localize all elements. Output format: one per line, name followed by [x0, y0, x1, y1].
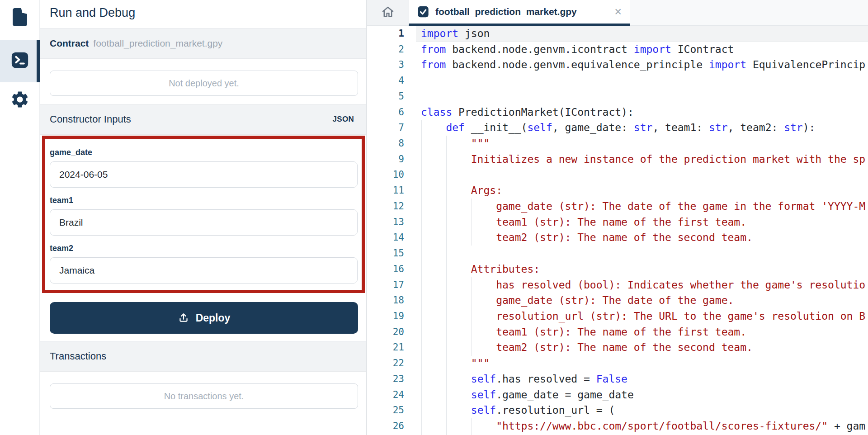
code-editor: 1234567891011121314151617181920212223242…: [367, 26, 868, 435]
code-line[interactable]: game_date (str): The date of the game.: [416, 293, 868, 308]
close-icon[interactable]: ×: [613, 6, 623, 18]
code-line[interactable]: Args:: [416, 183, 868, 199]
gear-icon: [10, 90, 30, 111]
tab-title: football_prediction_market.gpy: [435, 6, 608, 17]
line-number: 21: [367, 340, 404, 355]
code-line[interactable]: Attributes:: [416, 261, 868, 277]
code-line[interactable]: [416, 89, 868, 104]
editor-tab-bar: football_prediction_market.gpy ×: [367, 0, 868, 26]
line-number: 6: [367, 104, 404, 120]
code-line[interactable]: team2 (str): The name of the second team…: [416, 340, 868, 355]
code-line[interactable]: resolution_url (str): The URL to the gam…: [416, 308, 868, 324]
sidebar-item-settings[interactable]: [0, 87, 40, 114]
terminal-icon: [9, 51, 30, 71]
code-line[interactable]: class PredictionMarket(IContract):: [416, 104, 868, 120]
line-number: 7: [367, 120, 404, 136]
team1-field[interactable]: [50, 209, 358, 236]
line-number: 4: [367, 73, 404, 89]
indent-guide: [446, 136, 447, 435]
field-label-team1: team1: [50, 196, 358, 205]
line-number: 5: [367, 89, 404, 104]
app-window: Run and Debug Contract football_predicti…: [0, 0, 868, 435]
home-button[interactable]: [367, 0, 409, 26]
line-number: 24: [367, 387, 404, 403]
constructor-inputs-header: Constructor Inputs JSON: [40, 104, 366, 135]
indent-guide: [421, 120, 422, 435]
line-number: 25: [367, 402, 404, 418]
contract-label: Contract: [50, 38, 89, 49]
transactions-empty-text: No transactions yet.: [164, 391, 244, 402]
field-label-game-date: game_date: [50, 148, 358, 157]
tab-bar-empty-area: [630, 0, 868, 26]
line-number: 18: [367, 293, 404, 308]
sidebar-item-files[interactable]: [0, 4, 40, 33]
line-number: 17: [367, 277, 404, 293]
line-number: 10: [367, 167, 404, 183]
contract-filename: football_prediction_market.gpy: [93, 38, 222, 49]
line-number: 16: [367, 261, 404, 277]
team2-field[interactable]: [50, 257, 358, 284]
file-check-icon: [417, 5, 429, 18]
deploy-status-box: Not deployed yet.: [50, 71, 358, 96]
line-number: 26: [367, 418, 404, 434]
indent-guide: [471, 199, 472, 246]
field-label-team2: team2: [50, 244, 358, 253]
line-number: 15: [367, 246, 404, 261]
line-number: 9: [367, 151, 404, 167]
code-line[interactable]: game_date (str): The date of the game in…: [416, 199, 868, 214]
file-icon: [9, 5, 30, 31]
code-line[interactable]: team1 (str): The name of the first team.: [416, 214, 868, 230]
code-line[interactable]: team2 (str): The name of the second team…: [416, 230, 868, 246]
indent-guide: [471, 277, 472, 356]
line-number: 3: [367, 57, 404, 73]
line-number: 8: [367, 136, 404, 151]
line-number: 13: [367, 214, 404, 230]
contract-header: Contract football_prediction_market.gpy: [40, 28, 366, 59]
code-line[interactable]: [416, 73, 868, 89]
deploy-button-label: Deploy: [196, 312, 231, 324]
indent-guide: [471, 418, 472, 435]
code-line[interactable]: """: [416, 355, 868, 371]
code-line[interactable]: self.resolution_url = (: [416, 402, 868, 418]
code-line[interactable]: [416, 246, 868, 261]
page-title: Run and Debug: [50, 6, 135, 20]
code-line[interactable]: self.has_resolved = False: [416, 371, 868, 387]
editor: football_prediction_market.gpy × 1234567…: [366, 0, 868, 435]
code-line[interactable]: def __init__(self, game_date: str, team1…: [416, 120, 868, 136]
line-number: 11: [367, 183, 404, 199]
line-number: 19: [367, 308, 404, 324]
deploy-status-text: Not deployed yet.: [169, 78, 239, 89]
sidebar-item-run-debug[interactable]: [0, 40, 40, 82]
code-line[interactable]: Initializes a new instance of the predic…: [416, 151, 868, 167]
code-line[interactable]: has_resolved (bool): Indicates whether t…: [416, 277, 868, 293]
code-line[interactable]: import json: [416, 26, 868, 42]
tab-football-prediction-market[interactable]: football_prediction_market.gpy ×: [409, 0, 630, 26]
line-number: 14: [367, 230, 404, 246]
home-icon: [381, 5, 395, 20]
code-line[interactable]: "https://www.bbc.com/sport/football/scor…: [416, 418, 868, 434]
constructor-inputs-title: Constructor Inputs: [50, 113, 131, 125]
code-line[interactable]: """: [416, 136, 868, 151]
transactions-empty-box: No transactions yet.: [50, 383, 358, 409]
panel-header: Run and Debug: [40, 0, 366, 26]
line-number: 22: [367, 355, 404, 371]
line-number: 12: [367, 199, 404, 214]
activity-bar: [0, 0, 40, 435]
json-toggle[interactable]: JSON: [333, 115, 354, 124]
upload-icon: [178, 312, 189, 324]
code-line[interactable]: from backend.node.genvm.icontract import…: [416, 42, 868, 57]
run-debug-panel: Run and Debug Contract football_predicti…: [40, 0, 366, 435]
line-number: 20: [367, 324, 404, 340]
line-number: 1: [367, 26, 404, 42]
code-line[interactable]: [416, 167, 868, 183]
game-date-field[interactable]: [50, 161, 358, 188]
deploy-button[interactable]: Deploy: [50, 302, 358, 334]
code-line[interactable]: team1 (str): The name of the first team.: [416, 324, 868, 340]
code-line[interactable]: from backend.node.genvm.equivalence_prin…: [416, 57, 868, 73]
code-lines[interactable]: import jsonfrom backend.node.genvm.icont…: [416, 26, 868, 435]
line-numbers: 1234567891011121314151617181920212223242…: [367, 26, 416, 435]
line-number: 23: [367, 371, 404, 387]
transactions-title: Transactions: [50, 350, 106, 362]
code-line[interactable]: self.game_date = game_date: [416, 387, 868, 403]
line-number: 2: [367, 42, 404, 57]
